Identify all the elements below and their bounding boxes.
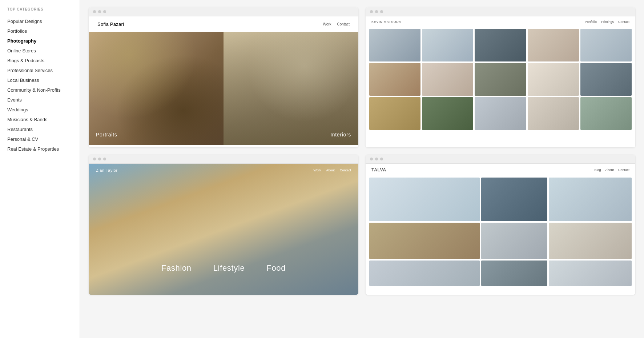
templates-grid: Sofia Pazari Work Contact Portraits Inte… [89, 7, 635, 295]
sidebar-item-portfolios[interactable]: Portfolios [7, 26, 80, 36]
kevin-cell-4 [528, 29, 579, 61]
talva-cell-5 [481, 223, 547, 259]
browser-dot-t1 [370, 158, 373, 160]
browser-dot-k3 [380, 10, 383, 13]
talva-cell-2 [481, 178, 547, 221]
talva-preview: TALVA Blog About Contact [366, 164, 635, 295]
kevin-nav-contact: Contact [618, 20, 629, 24]
kevin-nav-printings: Printings [601, 20, 614, 24]
sofia-images: Portraits Interiors [89, 32, 358, 145]
talva-cell-4 [369, 223, 480, 259]
sidebar-item-professional-services[interactable]: Professional Services [7, 65, 80, 75]
sidebar-item-photography[interactable]: Photography [7, 36, 80, 46]
kevin-cell-12 [422, 97, 473, 130]
sofia-img-left: Portraits [89, 32, 224, 145]
browser-dot-z3 [103, 158, 106, 160]
template-card-zian-taylor[interactable]: Zian Taylor Work About Contact Fashion L… [89, 155, 358, 295]
sofia-nav-links: Work Contact [323, 22, 350, 26]
kevin-cell-10 [580, 63, 632, 96]
kevin-cell-2 [422, 29, 473, 61]
sofia-nav-work: Work [323, 22, 331, 26]
kevin-preview: Kevin Matsuda Portfolio Printings Contac… [366, 16, 635, 147]
browser-dot-3 [103, 10, 106, 13]
zian-label-fashion: Fashion [161, 263, 192, 273]
zian-nav: Zian Taylor Work About Contact [89, 164, 358, 177]
talva-grid [366, 176, 635, 287]
zian-nav-about: About [326, 168, 335, 172]
kevin-grid [366, 27, 635, 131]
sofia-img-right-label: Interiors [330, 132, 351, 138]
kevin-cell-9 [528, 63, 579, 96]
sidebar-item-blogs-podcasts[interactable]: Blogs & Podcasts [7, 56, 80, 65]
zian-preview: Zian Taylor Work About Contact Fashion L… [89, 164, 358, 295]
kevin-cell-8 [475, 63, 526, 96]
talva-nav-links: Blog About Contact [594, 168, 629, 172]
sidebar-item-real-estate[interactable]: Real Estate & Properties [7, 144, 80, 154]
browser-dot-k2 [375, 10, 378, 13]
talva-cell-8 [481, 261, 547, 286]
main-content: Sofia Pazari Work Contact Portraits Inte… [80, 0, 644, 338]
browser-dot-2 [98, 10, 101, 13]
kevin-cell-14 [528, 97, 579, 130]
kevin-nav-portfolio: Portfolio [585, 20, 597, 24]
sidebar-item-online-stores[interactable]: Online Stores [7, 46, 80, 56]
browser-chrome-zian [89, 155, 358, 164]
browser-dot-z1 [93, 158, 96, 160]
talva-nav-blog: Blog [594, 168, 601, 172]
sofia-preview: Sofia Pazari Work Contact Portraits Inte… [89, 16, 358, 147]
kevin-cell-3 [475, 29, 526, 61]
kevin-nav-links: Portfolio Printings Contact [585, 20, 629, 24]
talva-nav-about: About [605, 168, 614, 172]
sidebar-item-events[interactable]: Events [7, 95, 80, 105]
zian-bg [89, 164, 358, 295]
browser-dot-1 [93, 10, 96, 13]
talva-brand: TALVA [371, 167, 386, 172]
zian-nav-contact: Contact [340, 168, 351, 172]
kevin-cell-6 [369, 63, 420, 96]
sidebar-item-popular-designs[interactable]: Popular Designs [7, 16, 80, 26]
template-card-talva[interactable]: TALVA Blog About Contact [366, 155, 635, 295]
browser-dot-t2 [375, 158, 378, 160]
kevin-cell-15 [580, 97, 632, 130]
talva-cell-7 [369, 261, 480, 286]
sofia-img-right: Interiors [224, 32, 358, 145]
talva-cell-6 [549, 223, 632, 259]
sidebar-item-personal-cv[interactable]: Personal & CV [7, 134, 80, 144]
talva-cell-9 [549, 261, 632, 286]
kevin-cell-13 [475, 97, 526, 130]
kevin-cell-5 [580, 29, 632, 61]
kevin-nav: Kevin Matsuda Portfolio Printings Contac… [366, 16, 635, 27]
sidebar-item-musicians-bands[interactable]: Musicians & Bands [7, 115, 80, 124]
talva-cell-1 [369, 178, 480, 221]
zian-label-lifestyle: Lifestyle [213, 263, 245, 273]
zian-nav-links: Work About Contact [314, 168, 351, 172]
sofia-nav: Sofia Pazari Work Contact [89, 16, 358, 32]
zian-labels: Fashion Lifestyle Food [89, 263, 358, 273]
sofia-brand: Sofia Pazari [97, 21, 124, 27]
browser-chrome-kevin [366, 7, 635, 16]
sidebar: TOP CATEGORIES Popular Designs Portfolio… [0, 0, 80, 338]
sofia-img-left-label: Portraits [96, 132, 117, 138]
zian-brand: Zian Taylor [96, 168, 118, 172]
browser-dot-t3 [380, 158, 383, 160]
template-card-sofia-pazari[interactable]: Sofia Pazari Work Contact Portraits Inte… [89, 7, 358, 147]
talva-nav-contact: Contact [618, 168, 629, 172]
sidebar-section-label: TOP CATEGORIES [7, 7, 80, 11]
zian-nav-work: Work [314, 168, 321, 172]
sidebar-item-weddings[interactable]: Weddings [7, 105, 80, 115]
template-card-kevin-matsuda[interactable]: Kevin Matsuda Portfolio Printings Contac… [366, 7, 635, 147]
talva-cell-3 [549, 178, 632, 221]
browser-chrome [89, 7, 358, 16]
talva-nav: TALVA Blog About Contact [366, 164, 635, 176]
kevin-cell-11 [369, 97, 420, 130]
sidebar-item-local-business[interactable]: Local Business [7, 75, 80, 85]
sofia-nav-contact: Contact [337, 22, 350, 26]
sidebar-item-restaurants[interactable]: Restaurants [7, 124, 80, 134]
kevin-brand: Kevin Matsuda [371, 20, 401, 24]
kevin-cell-7 [422, 63, 473, 96]
kevin-cell-1 [369, 29, 420, 61]
zian-label-food: Food [266, 263, 286, 273]
sidebar-item-community-nonprofits[interactable]: Community & Non-Profits [7, 85, 80, 95]
browser-dot-z2 [98, 158, 101, 160]
browser-chrome-talva [366, 155, 635, 164]
